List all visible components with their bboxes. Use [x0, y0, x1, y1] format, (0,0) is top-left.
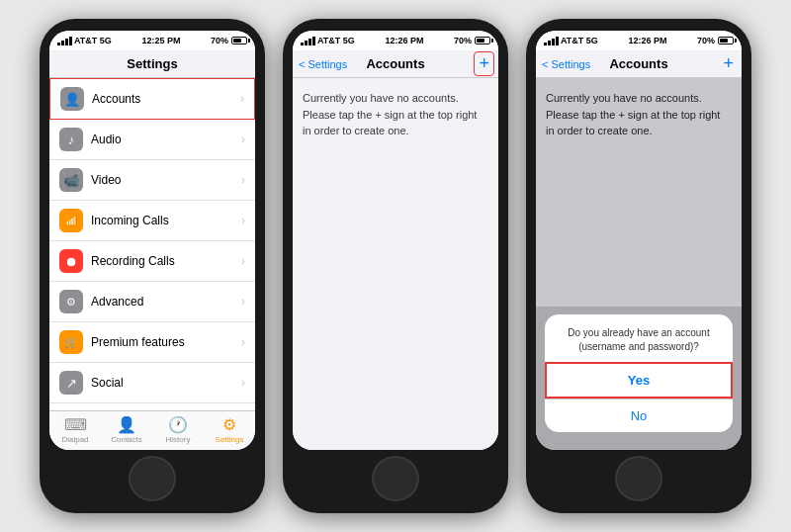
premium-label: Premium features: [91, 335, 237, 349]
settings-tab-label: Settings: [216, 435, 244, 444]
phone-1-screen: AT&T 5G 12:25 PM 70% Settings 👤 Accounts…: [49, 31, 255, 450]
phone-3-screen: AT&T 5G 12:26 PM 70% < Settings Accounts…: [536, 31, 742, 450]
accounts-icon: 👤: [60, 87, 84, 111]
nav-title-2: Accounts: [366, 56, 424, 71]
back-button-3[interactable]: < Settings: [542, 58, 590, 70]
advanced-chevron: ›: [241, 295, 245, 309]
dialog-overlay: Do you already have an account (username…: [536, 307, 742, 450]
battery-icon-3: [718, 37, 734, 44]
back-button-2[interactable]: < Settings: [299, 58, 347, 70]
phone-3: AT&T 5G 12:26 PM 70% < Settings Accounts…: [526, 19, 751, 513]
carrier-2: AT&T 5G: [317, 36, 355, 45]
time-1: 12:25 PM: [141, 36, 180, 45]
settings-item-translate[interactable]: T Translate ›: [49, 403, 255, 410]
dialpad-label: Dialpad: [61, 435, 88, 444]
settings-item-video[interactable]: 📹 Video ›: [49, 160, 255, 201]
tab-history[interactable]: 🕐 History: [152, 415, 204, 444]
home-button-1[interactable]: [129, 456, 176, 501]
add-account-button-2[interactable]: +: [474, 51, 494, 76]
settings-item-audio[interactable]: ♪ Audio ›: [49, 120, 255, 160]
account-dialog: Do you already have an account (username…: [545, 314, 733, 432]
nav-bar-2: < Settings Accounts +: [293, 50, 498, 78]
phone-2-screen: AT&T 5G 12:26 PM 70% < Settings Accounts…: [293, 31, 498, 450]
tab-settings[interactable]: ⚙ Settings: [204, 415, 255, 444]
signal-icon-2: [301, 37, 315, 45]
audio-chevron: ›: [241, 133, 245, 146]
status-bar-1: AT&T 5G 12:25 PM 70%: [49, 31, 255, 50]
battery-pct-3: 70%: [697, 36, 715, 45]
social-chevron: ›: [241, 376, 245, 390]
home-button-3[interactable]: [615, 456, 662, 501]
nav-title-1: Settings: [127, 56, 177, 71]
advanced-label: Advanced: [91, 295, 237, 309]
status-bar-3: AT&T 5G 12:26 PM 70%: [536, 31, 742, 50]
video-chevron: ›: [241, 173, 245, 187]
phone-2: AT&T 5G 12:26 PM 70% < Settings Accounts…: [283, 19, 508, 513]
settings-item-premium[interactable]: 🛒 Premium features ›: [49, 322, 255, 363]
recording-chevron: ›: [241, 254, 245, 268]
recording-icon: ⏺: [59, 249, 83, 273]
dialpad-icon: ⌨: [64, 415, 87, 434]
nav-title-3: Accounts: [609, 56, 667, 71]
phone-1: AT&T 5G 12:25 PM 70% Settings 👤 Accounts…: [40, 19, 265, 513]
contacts-icon: 👤: [117, 415, 136, 434]
audio-label: Audio: [91, 133, 237, 146]
social-label: Social: [91, 376, 237, 390]
recording-label: Recording Calls: [91, 254, 237, 268]
nav-bar-1: Settings: [49, 50, 255, 78]
premium-chevron: ›: [241, 335, 245, 349]
content-area-2: Currently you have no accounts. Please t…: [293, 78, 498, 450]
settings-item-accounts[interactable]: 👤 Accounts ›: [49, 78, 255, 120]
settings-list-1: 👤 Accounts › ♪ Audio › 📹 Video › 📶 Incom…: [49, 78, 255, 410]
settings-item-advanced[interactable]: ⚙ Advanced ›: [49, 282, 255, 322]
home-button-2[interactable]: [372, 456, 419, 501]
tab-bar-1: ⌨ Dialpad 👤 Contacts 🕐 History ⚙ Setting…: [49, 410, 255, 450]
premium-icon: 🛒: [59, 330, 83, 354]
video-label: Video: [91, 173, 237, 187]
social-icon: ↗: [59, 371, 83, 395]
history-label: History: [166, 435, 191, 444]
settings-item-social[interactable]: ↗ Social ›: [49, 363, 255, 403]
settings-item-recording[interactable]: ⏺ Recording Calls ›: [49, 241, 255, 282]
battery-icon-2: [475, 37, 490, 44]
add-account-button-3[interactable]: +: [723, 53, 734, 74]
incoming-calls-label: Incoming Calls: [91, 214, 237, 227]
settings-icon: ⚙: [222, 415, 236, 434]
time-2: 12:26 PM: [385, 36, 423, 45]
tab-dialpad[interactable]: ⌨ Dialpad: [49, 415, 101, 444]
contacts-label: Contacts: [111, 435, 142, 444]
signal-icon-3: [544, 37, 559, 45]
no-button[interactable]: No: [545, 399, 733, 432]
carrier-3: AT&T 5G: [561, 36, 598, 45]
audio-icon: ♪: [59, 128, 83, 151]
settings-item-incoming-calls[interactable]: 📶 Incoming Calls ›: [49, 201, 255, 241]
no-accounts-text-2: Currently you have no accounts. Please t…: [303, 90, 488, 139]
signal-icon-1: [57, 37, 72, 45]
status-bar-2: AT&T 5G 12:26 PM 70%: [293, 31, 498, 50]
incoming-calls-chevron: ›: [241, 214, 245, 227]
no-accounts-text-3: Currently you have no accounts. Please t…: [546, 90, 732, 139]
carrier-1: AT&T 5G: [74, 36, 112, 45]
tab-contacts[interactable]: 👤 Contacts: [101, 415, 152, 444]
accounts-chevron: ›: [240, 92, 244, 106]
dialog-message: Do you already have an account (username…: [545, 314, 733, 362]
yes-button[interactable]: Yes: [545, 362, 733, 399]
battery-icon-1: [231, 37, 247, 44]
advanced-icon: ⚙: [59, 290, 83, 313]
accounts-label: Accounts: [92, 92, 236, 106]
incoming-calls-icon: 📶: [59, 209, 83, 232]
video-icon: 📹: [59, 168, 83, 192]
battery-pct-1: 70%: [211, 36, 228, 45]
battery-pct-2: 70%: [454, 36, 472, 45]
time-3: 12:26 PM: [628, 36, 666, 45]
nav-bar-3: < Settings Accounts +: [536, 50, 742, 78]
history-icon: 🕐: [168, 415, 188, 434]
